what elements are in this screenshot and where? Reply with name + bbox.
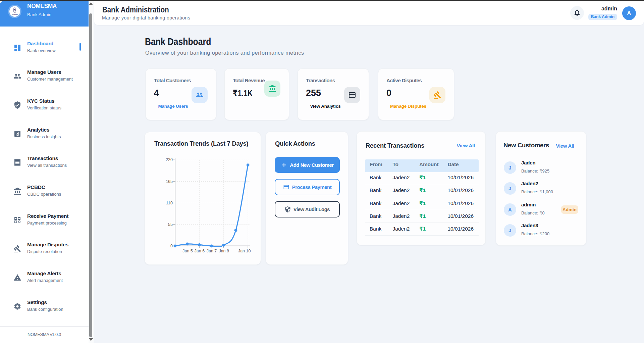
svg-text:Jan 7: Jan 7: [207, 249, 217, 253]
svg-text:NOMESMA: NOMESMA: [12, 14, 18, 15]
svg-text:110: 110: [166, 201, 173, 205]
svg-text:Jan 5: Jan 5: [182, 249, 193, 253]
svg-text:Jan 8: Jan 8: [219, 249, 229, 253]
svg-text:0: 0: [170, 244, 173, 248]
svg-text:165: 165: [166, 179, 173, 184]
svg-text:Jan 10: Jan 10: [238, 249, 251, 253]
svg-text:Jan 6: Jan 6: [195, 249, 205, 253]
svg-text:55: 55: [168, 222, 173, 227]
svg-text:220: 220: [166, 157, 173, 162]
